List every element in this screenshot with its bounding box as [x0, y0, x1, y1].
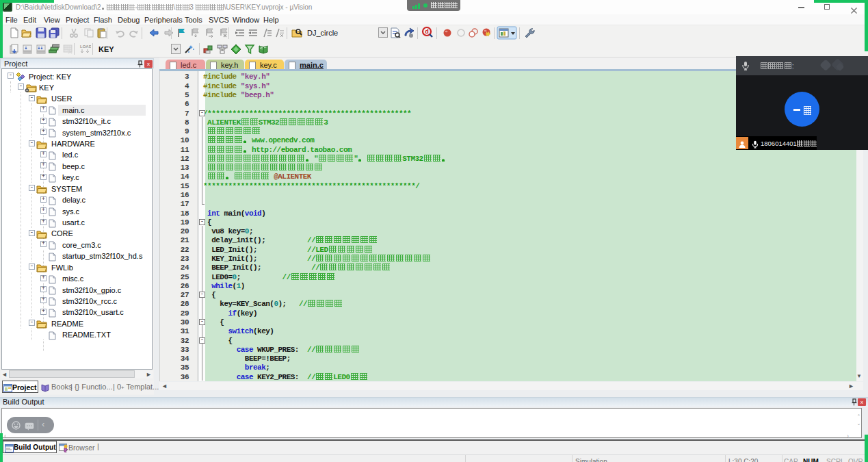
svg-text:d: d — [425, 28, 429, 35]
svg-text:LOAD: LOAD — [80, 44, 91, 49]
